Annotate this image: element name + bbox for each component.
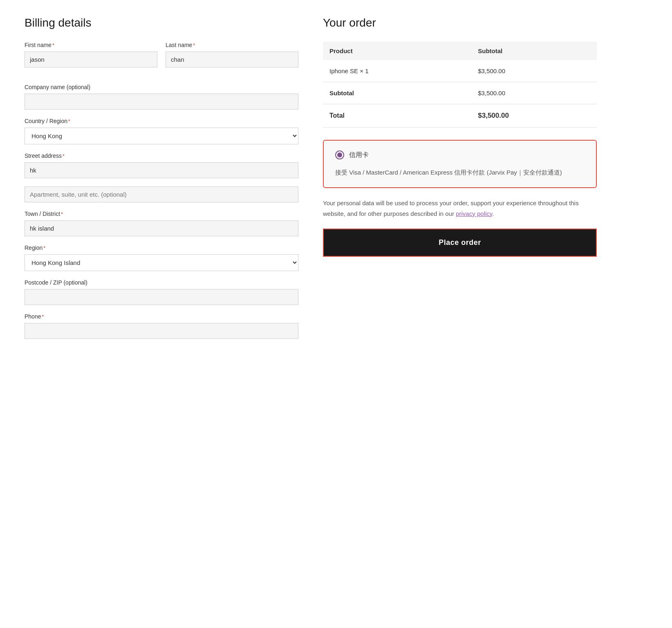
order-table-header-row: Product Subtotal <box>323 42 597 60</box>
total-label: Total <box>323 104 471 128</box>
page-layout: Billing details First name* Last name* C… <box>25 16 597 347</box>
name-row: First name* Last name* <box>25 42 298 76</box>
privacy-text-after: . <box>492 210 494 217</box>
order-item-row: Iphone SE × 1 $3,500.00 <box>323 60 597 82</box>
privacy-text-before: Your personal data will be used to proce… <box>323 200 579 217</box>
last-name-group: Last name* <box>166 42 298 67</box>
required-star-country: * <box>68 119 70 124</box>
street-address-input[interactable] <box>25 162 298 178</box>
postcode-group: Postcode / ZIP (optional) <box>25 279 298 305</box>
first-name-group: First name* <box>25 42 157 67</box>
required-star-region: * <box>43 245 45 251</box>
phone-label: Phone* <box>25 313 298 320</box>
payment-description: 接受 Visa / MasterCard / American Express … <box>335 168 585 177</box>
required-star-town: * <box>61 211 63 217</box>
region-select[interactable]: Hong Kong Island Kowloon New Territories <box>25 254 298 271</box>
subtotal-label: Subtotal <box>323 82 471 104</box>
subtotal-amount: $3,500.00 <box>471 82 597 104</box>
company-name-group: Company name (optional) <box>25 84 298 110</box>
phone-input[interactable] <box>25 323 298 339</box>
radio-inner <box>337 153 342 157</box>
order-total-row: Total $3,500.00 <box>323 104 597 128</box>
phone-group: Phone* <box>25 313 298 339</box>
postcode-input[interactable] <box>25 289 298 305</box>
last-name-input[interactable] <box>166 52 298 67</box>
col-subtotal-header: Subtotal <box>471 42 597 60</box>
last-name-label: Last name* <box>166 42 298 48</box>
order-item-name: Iphone SE × 1 <box>323 60 471 82</box>
town-group: Town / District* <box>25 211 298 236</box>
apartment-input[interactable] <box>25 186 298 202</box>
required-star-phone: * <box>42 314 44 320</box>
privacy-notice: Your personal data will be used to proce… <box>323 198 597 219</box>
company-name-input[interactable] <box>25 94 298 110</box>
total-amount: $3,500.00 <box>471 104 597 128</box>
required-star-street: * <box>63 153 65 159</box>
postcode-label: Postcode / ZIP (optional) <box>25 279 298 286</box>
region-group: Region* Hong Kong Island Kowloon New Ter… <box>25 244 298 271</box>
order-heading: Your order <box>323 16 597 29</box>
first-name-label: First name* <box>25 42 157 48</box>
payment-option: 信用卡 <box>335 150 585 159</box>
place-order-button[interactable]: Place order <box>323 229 597 257</box>
first-name-input[interactable] <box>25 52 157 67</box>
country-select[interactable]: Hong Kong United States United Kingdom C… <box>25 128 298 144</box>
street-address-group: Street address* <box>25 153 298 178</box>
order-subtotal-row: Subtotal $3,500.00 <box>323 82 597 104</box>
billing-heading: Billing details <box>25 16 298 29</box>
privacy-policy-link[interactable]: privacy policy <box>456 210 492 217</box>
billing-section: Billing details First name* Last name* C… <box>25 16 298 347</box>
apartment-group <box>25 186 298 202</box>
payment-box: 信用卡 接受 Visa / MasterCard / American Expr… <box>323 140 597 188</box>
order-table: Product Subtotal Iphone SE × 1 $3,500.00… <box>323 42 597 128</box>
country-label: Country / Region* <box>25 118 298 124</box>
payment-label: 信用卡 <box>349 151 369 159</box>
required-star-lastname: * <box>193 43 195 48</box>
order-item-price: $3,500.00 <box>471 60 597 82</box>
region-label: Region* <box>25 244 298 251</box>
col-product-header: Product <box>323 42 471 60</box>
town-label: Town / District* <box>25 211 298 217</box>
required-star-firstname: * <box>52 43 54 48</box>
country-group: Country / Region* Hong Kong United State… <box>25 118 298 144</box>
street-address-label: Street address* <box>25 153 298 159</box>
order-section: Your order Product Subtotal Iphone SE × … <box>323 16 597 347</box>
company-name-label: Company name (optional) <box>25 84 298 90</box>
payment-radio[interactable] <box>335 150 344 159</box>
town-input[interactable] <box>25 220 298 236</box>
